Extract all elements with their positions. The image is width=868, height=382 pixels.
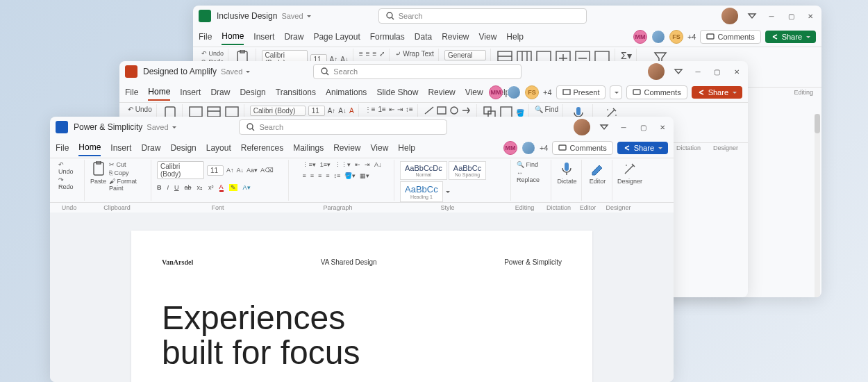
- change-case-icon[interactable]: Aa▾: [247, 167, 258, 174]
- copy-button[interactable]: ⎘ Copy: [109, 169, 147, 176]
- word-document-area[interactable]: VanArsdel VA Shared Design Power & Simpl…: [50, 213, 674, 382]
- excel-search-input[interactable]: Search: [378, 8, 587, 24]
- present-dropdown[interactable]: [610, 85, 622, 99]
- font-select[interactable]: Calibri (Body): [250, 106, 306, 116]
- collab-avatar-mm[interactable]: MM: [489, 85, 503, 99]
- tab-design[interactable]: Design: [240, 85, 265, 100]
- tab-help[interactable]: Help: [398, 140, 415, 156]
- shape-rect-icon[interactable]: [436, 106, 447, 115]
- strike-button[interactable]: ab: [185, 184, 192, 191]
- indent-inc-icon[interactable]: ⇥: [397, 106, 403, 113]
- shape-fill-icon[interactable]: 🪣: [516, 109, 524, 117]
- bold-button[interactable]: B: [157, 184, 162, 191]
- collab-overflow[interactable]: +4: [687, 33, 696, 41]
- indent-dec-icon[interactable]: ⇤: [355, 161, 360, 168]
- user-avatar[interactable]: [574, 119, 590, 135]
- tab-animations[interactable]: Animations: [326, 85, 367, 100]
- tab-data[interactable]: Data: [415, 29, 432, 44]
- scrollbar-thumb[interactable]: [815, 114, 820, 133]
- text-effects-button[interactable]: A▾: [243, 184, 251, 191]
- shape-circle-icon[interactable]: [449, 106, 460, 115]
- tab-home[interactable]: Home: [78, 140, 101, 156]
- find-button[interactable]: 🔍 Find: [517, 161, 546, 168]
- tab-design[interactable]: Design: [170, 140, 196, 156]
- collab-overflow[interactable]: +4: [543, 88, 552, 97]
- comments-button[interactable]: Comments: [626, 85, 687, 99]
- editor-button[interactable]: Editor: [590, 161, 606, 185]
- notify-icon[interactable]: [599, 122, 610, 133]
- underline-button[interactable]: U: [174, 184, 179, 191]
- tab-review[interactable]: Review: [442, 29, 469, 44]
- tab-file[interactable]: File: [199, 29, 212, 44]
- tab-view[interactable]: View: [465, 85, 483, 100]
- tab-review[interactable]: Review: [333, 140, 360, 156]
- replace-button[interactable]: ↔ Replace: [517, 169, 546, 183]
- maximize-button[interactable]: ▢: [637, 122, 649, 133]
- shading-icon[interactable]: 🪣▾: [344, 172, 356, 179]
- tab-references[interactable]: References: [241, 140, 283, 156]
- maximize-button[interactable]: ▢: [785, 10, 796, 22]
- italic-button[interactable]: I: [167, 184, 169, 191]
- doc-heading[interactable]: Experiences built for focus: [162, 301, 562, 371]
- maximize-button[interactable]: ▢: [712, 66, 723, 77]
- word-search-input[interactable]: Search: [239, 119, 447, 135]
- font-grow-icon[interactable]: A↑: [328, 107, 336, 115]
- undo-button[interactable]: ↶ Undo: [58, 161, 80, 175]
- collab-overflow[interactable]: +4: [540, 144, 549, 152]
- line-spacing-icon[interactable]: ↕≡: [406, 106, 413, 113]
- multilevel-icon[interactable]: ⋮⋮▾: [335, 161, 351, 168]
- align-center-icon[interactable]: ≡: [366, 50, 370, 58]
- tab-home[interactable]: Home: [222, 28, 244, 45]
- indent-inc-icon[interactable]: ⇥: [365, 161, 370, 168]
- collab-avatar-mm[interactable]: MM: [503, 141, 517, 155]
- borders-icon[interactable]: ▦▾: [360, 172, 369, 179]
- line-spacing-icon[interactable]: ↕≡: [334, 172, 341, 179]
- wrap-text-button[interactable]: ⤶ Wrap Text: [395, 50, 433, 58]
- format-painter-button[interactable]: 🖌 Format Paint: [109, 178, 147, 192]
- tab-draw[interactable]: Draw: [210, 85, 230, 100]
- tab-transitions[interactable]: Transitions: [276, 85, 316, 100]
- word-saved-status[interactable]: Saved: [147, 123, 176, 131]
- tab-home[interactable]: Home: [148, 84, 170, 101]
- tab-review[interactable]: Review: [428, 85, 455, 100]
- minimize-button[interactable]: ─: [766, 10, 777, 22]
- indent-dec-icon[interactable]: ⇤: [389, 106, 394, 113]
- shape-arrow-icon[interactable]: [461, 106, 472, 115]
- bullets-icon[interactable]: ⋮≡▾: [302, 161, 315, 168]
- font-grow-icon[interactable]: A↑: [226, 167, 234, 174]
- collab-avatar-fs[interactable]: FS: [525, 85, 539, 99]
- excel-saved-status[interactable]: Saved: [281, 12, 310, 20]
- ppt-saved-status[interactable]: Saved: [221, 67, 250, 76]
- align-left-icon[interactable]: ≡: [359, 50, 363, 58]
- comments-button[interactable]: Comments: [700, 30, 760, 44]
- font-color-button[interactable]: A: [219, 183, 224, 192]
- shape-line-icon[interactable]: [424, 106, 435, 115]
- style-no-spacing[interactable]: AaBbCcNo Spacing: [449, 161, 486, 180]
- clear-format-icon[interactable]: A⌫: [260, 167, 274, 174]
- undo-button[interactable]: ↶ Undo: [128, 106, 152, 113]
- font-size-select[interactable]: 11: [308, 106, 325, 116]
- number-format-select[interactable]: General: [444, 50, 486, 60]
- user-avatar[interactable]: [648, 63, 665, 80]
- cut-button[interactable]: ✂ Cut: [109, 161, 147, 168]
- style-heading-1[interactable]: AaBbCcHeading 1: [400, 181, 443, 202]
- minimize-button[interactable]: ─: [692, 66, 703, 77]
- comments-button[interactable]: Comments: [552, 141, 612, 155]
- minimize-button[interactable]: ─: [618, 122, 629, 133]
- designer-button[interactable]: Designer: [617, 161, 642, 185]
- bullets-icon[interactable]: ⋮≡: [365, 106, 376, 113]
- collab-avatar-2[interactable]: [507, 85, 521, 99]
- tab-formulas[interactable]: Formulas: [370, 29, 405, 44]
- share-button[interactable]: Share: [765, 31, 816, 43]
- autosum-icon[interactable]: Σ▾: [621, 50, 632, 61]
- collab-avatar-mm[interactable]: MM: [633, 30, 647, 44]
- present-button[interactable]: Present: [556, 85, 606, 99]
- collab-avatar-fs[interactable]: FS: [669, 30, 683, 44]
- tab-view[interactable]: View: [479, 29, 497, 44]
- numbering-icon[interactable]: 1≡: [378, 106, 386, 113]
- align-right-icon[interactable]: ≡: [373, 50, 377, 58]
- collab-avatar-2[interactable]: [651, 30, 665, 44]
- tab-insert[interactable]: Insert: [110, 140, 131, 156]
- close-button[interactable]: ✕: [657, 122, 668, 133]
- tab-layout[interactable]: Layout: [206, 140, 231, 156]
